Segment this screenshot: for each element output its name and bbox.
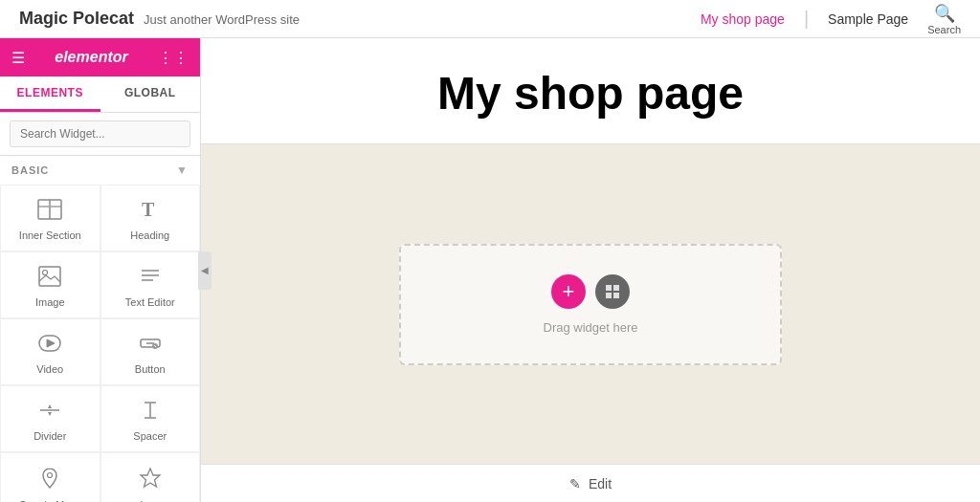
edit-label: Edit	[589, 476, 612, 491]
widget-spacer[interactable]: Spacer	[100, 385, 201, 452]
divider-icon	[38, 400, 61, 425]
basic-chevron-icon: ▼	[176, 164, 189, 177]
page-content-area: + Drag widget here	[201, 144, 980, 464]
add-widget-button[interactable]: +	[551, 274, 586, 309]
video-label: Video	[36, 363, 63, 375]
video-icon	[38, 333, 61, 358]
svg-rect-25	[613, 285, 619, 291]
button-icon	[139, 333, 162, 358]
grid-button[interactable]	[595, 274, 630, 309]
divider-label: Divider	[33, 430, 66, 442]
google-maps-icon	[39, 467, 60, 493]
heading-icon: T	[140, 199, 161, 224]
inner-section-label: Inner Section	[19, 229, 81, 241]
text-editor-label: Text Editor	[125, 296, 175, 308]
search-label: Search	[927, 24, 961, 35]
widget-inner-section[interactable]: Inner Section	[0, 185, 100, 251]
button-label: Button	[135, 363, 166, 375]
elementor-sidebar: ☰ elementor ⋮⋮ ELEMENTS GLOBAL BASIC ▼	[0, 38, 201, 502]
site-tagline: Just another WordPress site	[144, 12, 300, 27]
top-nav: My shop page | Sample Page 🔍 Search	[701, 3, 961, 35]
svg-marker-17	[48, 404, 52, 408]
dropzone-buttons: +	[551, 274, 630, 309]
svg-marker-23	[141, 469, 160, 487]
svg-point-6	[43, 271, 48, 275]
wordpress-top-bar: Magic Polecat Just another WordPress sit…	[0, 0, 980, 38]
text-editor-icon	[139, 266, 162, 291]
widget-heading[interactable]: T Heading	[100, 185, 201, 251]
hamburger-icon[interactable]: ☰	[11, 49, 25, 67]
svg-point-22	[48, 473, 53, 478]
widget-dropzone[interactable]: + Drag widget here	[399, 244, 782, 365]
svg-marker-18	[48, 412, 52, 416]
nav-shop-link[interactable]: My shop page	[701, 11, 785, 27]
content-area: My shop page + Drag widget here	[201, 38, 980, 502]
widget-video[interactable]: Video	[0, 318, 100, 385]
site-title: Magic Polecat	[19, 9, 134, 29]
widget-search-container	[0, 113, 200, 156]
edit-bar-content[interactable]: ✎ Edit	[569, 476, 612, 491]
apps-icon[interactable]: ⋮⋮	[158, 49, 189, 67]
edit-pencil-icon: ✎	[569, 476, 581, 491]
page-title: My shop page	[239, 67, 942, 120]
image-label: Image	[35, 296, 65, 308]
widget-google-maps[interactable]: Google Maps	[0, 452, 100, 502]
inner-section-icon	[37, 199, 62, 224]
widget-image[interactable]: Image	[0, 251, 100, 318]
basic-section-header[interactable]: BASIC ▼	[0, 156, 200, 185]
tab-elements[interactable]: ELEMENTS	[0, 76, 100, 112]
svg-text:T: T	[142, 199, 155, 220]
collapse-handle[interactable]: ◀	[198, 251, 212, 290]
sidebar-header: ☰ elementor ⋮⋮	[0, 38, 200, 76]
edit-bar: ✎ Edit	[201, 464, 980, 502]
spacer-icon	[139, 400, 162, 425]
widgets-grid: Inner Section T Heading	[0, 185, 200, 502]
widget-divider[interactable]: Divider	[0, 385, 100, 452]
search-input[interactable]	[10, 120, 190, 147]
main-layout: ☰ elementor ⋮⋮ ELEMENTS GLOBAL BASIC ▼	[0, 38, 980, 502]
svg-rect-27	[613, 293, 619, 298]
search-button[interactable]: 🔍 Search	[927, 3, 961, 35]
svg-rect-5	[39, 267, 60, 286]
search-icon: 🔍	[934, 3, 955, 24]
tab-global[interactable]: GLOBAL	[100, 76, 201, 112]
widget-icon[interactable]: Icon	[100, 452, 201, 502]
image-icon	[38, 266, 61, 291]
sidebar-tabs: ELEMENTS GLOBAL	[0, 76, 200, 113]
svg-rect-26	[606, 293, 612, 298]
icon-widget-icon	[139, 467, 162, 493]
svg-rect-24	[606, 285, 612, 291]
basic-section-label: BASIC	[11, 164, 49, 176]
widget-text-editor[interactable]: Text Editor	[100, 251, 201, 318]
widget-button[interactable]: Button	[100, 318, 201, 385]
nav-divider: |	[804, 8, 809, 30]
site-info: Magic Polecat Just another WordPress sit…	[19, 9, 300, 29]
heading-label: Heading	[130, 229, 169, 241]
svg-marker-11	[47, 339, 55, 347]
page-header: My shop page	[201, 38, 980, 144]
spacer-label: Spacer	[133, 430, 167, 442]
elementor-logo: elementor	[55, 49, 127, 66]
drag-widget-text: Drag widget here	[544, 320, 638, 335]
nav-sample-link[interactable]: Sample Page	[828, 11, 908, 27]
